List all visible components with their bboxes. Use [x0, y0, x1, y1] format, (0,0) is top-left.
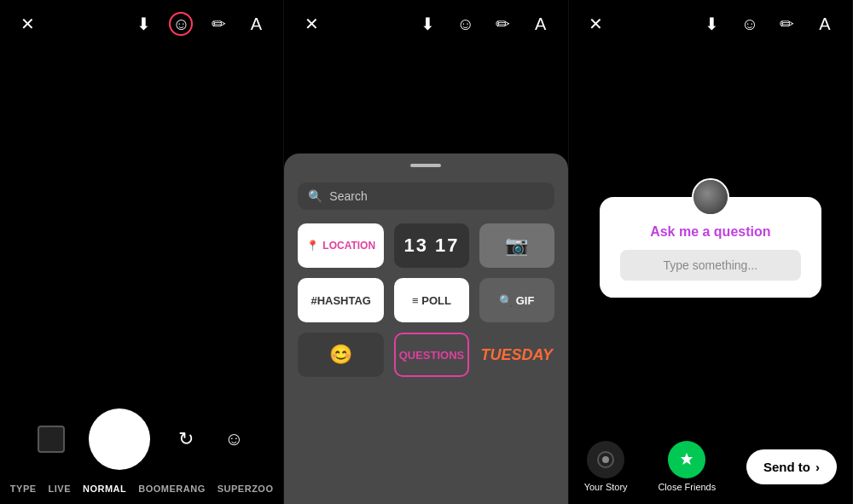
mode-normal[interactable]: NORMAL: [83, 484, 126, 494]
send-to-button[interactable]: Send to ›: [746, 449, 837, 484]
hashtag-label: #HASHTAG: [310, 294, 371, 307]
download-icon-p3[interactable]: ⬇: [700, 12, 724, 36]
mode-row: TYPE LIVE NORMAL BOOMERANG SUPERZOO: [10, 484, 274, 494]
close-friends-label: Close Friends: [658, 482, 716, 492]
question-preview-panel: ✕ ⬇ ☺ ✏ A Ask me a question Type somethi…: [569, 0, 853, 504]
mode-boomerang[interactable]: BOOMERANG: [138, 484, 205, 494]
download-icon-p2[interactable]: ⬇: [416, 12, 440, 36]
camera-controls: ↻ ☺ TYPE LIVE NORMAL BOOMERANG SUPERZOO: [0, 408, 283, 504]
drag-handle: [410, 164, 441, 167]
camera-icon: 📷: [505, 235, 528, 257]
face-icon-p2[interactable]: ☺: [454, 12, 478, 36]
location-label: LOCATION: [322, 240, 375, 252]
text-icon[interactable]: A: [244, 12, 268, 36]
flip-icon[interactable]: ↻: [174, 427, 198, 451]
search-placeholder: Search: [329, 189, 367, 203]
sticker-questions[interactable]: QUESTIONS: [394, 333, 469, 377]
send-to-label: Send to: [763, 460, 810, 474]
sticker-timer[interactable]: 13 17: [394, 223, 469, 268]
close-icon[interactable]: ✕: [15, 12, 39, 36]
close-icon-p3[interactable]: ✕: [584, 12, 608, 36]
timer-display: 13 17: [403, 235, 459, 257]
gallery-button[interactable]: [38, 426, 65, 453]
question-prompt: Ask me a question: [620, 224, 801, 240]
chevron-right-icon: ›: [815, 460, 820, 474]
tuesday-label: TUESDAY: [480, 346, 553, 364]
close-friends-option[interactable]: Close Friends: [658, 441, 716, 492]
search-icon: 🔍: [308, 189, 322, 203]
panel2-toolbar-icons: ⬇ ☺ ✏ A: [416, 12, 553, 36]
sticker-grid: 📍 LOCATION 13 17 📷 #HASHTAG ≡ POLL 🔍 GIF: [298, 220, 554, 380]
mode-superzoom[interactable]: SUPERZOO: [218, 484, 274, 494]
question-input-placeholder[interactable]: Type something...: [620, 250, 801, 281]
close-friends-icon: [668, 441, 705, 478]
question-card: Ask me a question Type something...: [600, 197, 821, 298]
draw-icon-p2[interactable]: ✏: [491, 12, 515, 36]
draw-icon-p3[interactable]: ✏: [775, 12, 799, 36]
sticker-location[interactable]: 📍 LOCATION: [298, 223, 384, 268]
avatar-image: [693, 180, 728, 214]
sticker-tuesday[interactable]: TUESDAY: [479, 333, 554, 377]
text-icon-p2[interactable]: A: [529, 12, 553, 36]
download-icon[interactable]: ⬇: [131, 12, 155, 36]
panel1-toolbar: ✕ ⬇ ☺ ✏ A: [0, 0, 283, 48]
sticker-search-bar[interactable]: 🔍 Search: [298, 182, 554, 210]
your-story-option[interactable]: Your Story: [584, 441, 628, 492]
camera-panel: ✕ ⬇ ☺ ✏ A ↻ ☺ TYPE LIVE NORMAL BOOMERANG…: [0, 0, 284, 504]
mode-type[interactable]: TYPE: [10, 484, 37, 494]
panel3-toolbar-icons: ⬇ ☺ ✏ A: [700, 12, 837, 36]
your-story-label: Your Story: [584, 482, 628, 492]
your-story-icon: [587, 441, 624, 478]
location-icon: 📍: [306, 240, 319, 252]
sticker-hashtag[interactable]: #HASHTAG: [298, 278, 384, 322]
sticker-gif[interactable]: 🔍 GIF: [479, 278, 554, 322]
sticker-poll[interactable]: ≡ POLL: [394, 278, 469, 322]
svg-point-1: [602, 456, 609, 463]
sticker-emoji[interactable]: 😊: [298, 333, 384, 377]
text-icon-p3[interactable]: A: [813, 12, 837, 36]
draw-icon[interactable]: ✏: [206, 12, 230, 36]
share-bar: Your Story Close Friends Send to ›: [569, 429, 852, 504]
panel2-toolbar: ✕ ⬇ ☺ ✏ A: [284, 0, 567, 48]
close-icon-p2[interactable]: ✕: [299, 12, 323, 36]
mode-live[interactable]: LIVE: [49, 484, 71, 494]
sticker-overlay: 🔍 Search 📍 LOCATION 13 17 📷 #HASHTAG: [284, 154, 567, 504]
panel1-toolbar-icons: ⬇ ☺ ✏ A: [131, 12, 268, 36]
capture-button[interactable]: [89, 408, 150, 470]
sticker-panel: ✕ ⬇ ☺ ✏ A 🔍 Search 📍 LOCATION 13 17: [284, 0, 568, 504]
poll-label: ≡ POLL: [412, 294, 451, 307]
capture-row: ↻ ☺: [38, 408, 246, 470]
emoji-icon: 😊: [329, 344, 352, 366]
face-sticker-icon[interactable]: ☺: [169, 12, 193, 36]
sticker-camera[interactable]: 📷: [479, 223, 554, 268]
gif-label: 🔍 GIF: [499, 294, 534, 307]
face-icon-p3[interactable]: ☺: [738, 12, 762, 36]
effects-icon[interactable]: ☺: [222, 427, 246, 451]
panel3-toolbar: ✕ ⬇ ☺ ✏ A: [569, 0, 852, 48]
avatar: [692, 178, 729, 216]
questions-label: QUESTIONS: [399, 349, 465, 362]
